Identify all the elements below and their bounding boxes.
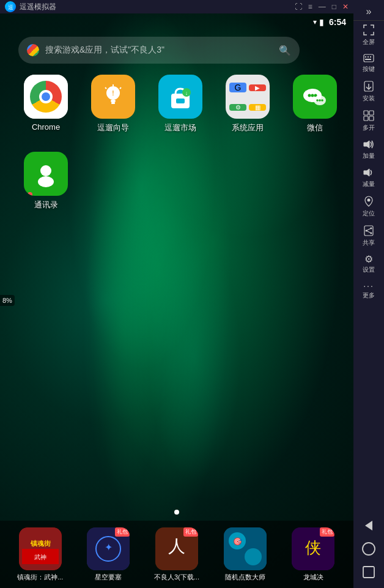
minimize-button[interactable]: — xyxy=(319,2,326,11)
dock-label-buliangren3: 不良人3(下载... xyxy=(154,573,199,582)
search-submit-icon[interactable]: 🔍 xyxy=(279,45,291,56)
search-bar[interactable]: 搜索游戏&应用，试试"不良人3" 🔍 xyxy=(18,37,300,64)
maximize-button[interactable]: □ xyxy=(332,2,336,11)
gift-badge-longchengjue: 礼包 xyxy=(320,527,334,537)
app-chrome-label: Chrome xyxy=(32,122,60,132)
sidebar-more-button[interactable]: ··· 更多 xyxy=(353,278,384,303)
app-chrome[interactable]: Chrome xyxy=(18,75,73,133)
svg-point-18 xyxy=(316,99,319,102)
sidebar-location-label: 定位 xyxy=(363,209,375,218)
contacts-icon-wrapper xyxy=(24,152,68,196)
svg-point-52 xyxy=(367,199,371,202)
app-wechat[interactable]: 微信 xyxy=(287,75,342,133)
wechat-icon-wrapper xyxy=(293,75,337,119)
svg-point-60 xyxy=(363,543,375,555)
svg-point-20 xyxy=(321,99,323,102)
svg-rect-4 xyxy=(111,102,115,104)
multi-icon xyxy=(363,110,374,122)
dock-icon-longchengjue: 侠 礼包 xyxy=(292,527,334,570)
app-sysapp[interactable]: G ▶ ⚙ ▦ 系统应用 xyxy=(220,75,275,133)
sidebar-install-button[interactable]: 安装 xyxy=(353,77,384,106)
sidebar-volume-down-button[interactable]: 减量 xyxy=(353,164,384,192)
app-guide[interactable]: ! 逗遛向导 xyxy=(86,75,141,133)
nav-home-button[interactable] xyxy=(361,541,376,559)
svg-point-19 xyxy=(319,99,321,102)
app-wechat-label: 微信 xyxy=(307,122,323,133)
app-sysapp-label: 系统应用 xyxy=(232,122,264,133)
google-search-icon xyxy=(27,44,39,56)
svg-text:武神: 武神 xyxy=(34,554,46,560)
app-market-label: 逗遛市场 xyxy=(164,122,196,133)
title-bar: 逗 逗遥模拟器 ⛶ ≡ — □ ✕ xyxy=(0,0,353,13)
svg-point-56 xyxy=(366,230,367,232)
dock-icon-xingkong: ✦ 礼包 xyxy=(87,527,130,570)
svg-point-58 xyxy=(371,233,372,234)
svg-marker-51 xyxy=(364,169,369,176)
dock-item-longchengjue[interactable]: 侠 礼包 龙城决 xyxy=(282,527,344,582)
svg-text:🎯: 🎯 xyxy=(232,537,242,546)
svg-marker-50 xyxy=(364,141,369,148)
svg-text:✦: ✦ xyxy=(105,542,113,553)
nav-back-button[interactable] xyxy=(361,518,376,535)
dock-item-buliangren3[interactable]: 人 礼包 不良人3(下载... xyxy=(146,527,207,582)
app-market[interactable]: ↓ 逗遛市场 xyxy=(153,75,208,133)
sidebar-keyboard-label: 按键 xyxy=(363,65,375,73)
dock-item-zhenmohun[interactable]: 镇魂街 武神 镇魂街：武神... xyxy=(10,527,71,582)
svg-rect-40 xyxy=(365,56,366,58)
close-button[interactable]: ✕ xyxy=(342,2,349,11)
sidebar-fullscreen-label: 全屏 xyxy=(363,38,375,47)
svg-point-35 xyxy=(245,548,262,565)
menu-button[interactable]: ≡ xyxy=(308,2,312,11)
dock-label-longchengjue: 龙城决 xyxy=(303,573,323,582)
title-bar-left: 逗 逗遥模拟器 xyxy=(5,1,56,12)
sidebar-install-label: 安装 xyxy=(363,94,375,103)
svg-text:人: 人 xyxy=(168,537,185,556)
dock-item-xingkong[interactable]: ✦ 礼包 星空要塞 xyxy=(78,527,139,582)
svg-rect-43 xyxy=(365,59,371,60)
svg-point-22 xyxy=(38,176,54,187)
android-screen: ▾ ▮ 6:54 搜索游戏&应用，试试"不良人3" 🔍 Chrome xyxy=(0,13,353,588)
dock-icon-buliangren3: 人 礼包 xyxy=(155,527,198,570)
svg-text:!: ! xyxy=(112,90,114,97)
sidebar-settings-button[interactable]: ⚙ 设置 xyxy=(353,251,384,278)
sidebar-expand-button[interactable]: » xyxy=(353,3,384,21)
svg-rect-10 xyxy=(176,99,185,103)
share-icon xyxy=(364,225,374,237)
sidebar-volume-up-button[interactable]: 加量 xyxy=(353,136,384,164)
resize-button[interactable]: ⛶ xyxy=(295,2,302,11)
sidebar-volume-up-label: 加量 xyxy=(363,152,375,160)
sidebar-location-button[interactable]: 定位 xyxy=(353,192,384,221)
chrome-inner xyxy=(39,90,53,103)
search-placeholder-text: 搜索游戏&应用，试试"不良人3" xyxy=(45,45,279,56)
app-logo-icon: 逗 xyxy=(5,1,16,12)
sidebar-fullscreen-button[interactable]: 全屏 xyxy=(353,21,384,50)
status-icons: ▾ ▮ 6:54 xyxy=(313,17,346,27)
dock-item-suijidian[interactable]: 🎯 随机点数大师 xyxy=(215,527,276,582)
svg-marker-59 xyxy=(365,521,372,530)
app-contacts[interactable]: 通讯录 xyxy=(18,152,73,210)
nav-recent-button[interactable] xyxy=(361,565,376,582)
sysapp-icon-wrapper: G ▶ ⚙ ▦ xyxy=(226,75,270,119)
sidebar-keyboard-button[interactable]: 按键 xyxy=(353,50,384,77)
gift-badge-xingkong: 礼包 xyxy=(115,527,130,537)
status-bar: ▾ ▮ 6:54 xyxy=(0,13,353,31)
sidebar-share-button[interactable]: 共享 xyxy=(353,221,384,251)
sidebar-multi-label: 多开 xyxy=(363,124,375,132)
right-sidebar: » 全屏 按键 xyxy=(353,0,384,588)
chrome-icon xyxy=(24,75,68,119)
sidebar-more-label: 更多 xyxy=(363,291,375,300)
svg-text:镇魂街: 镇魂街 xyxy=(29,540,51,547)
title-bar-controls: ⛶ ≡ — □ ✕ xyxy=(295,2,349,11)
chrome-circle xyxy=(30,81,62,113)
sidebar-multi-button[interactable]: 多开 xyxy=(353,106,384,136)
expand-icon: » xyxy=(366,7,372,17)
svg-line-7 xyxy=(105,87,106,89)
dock-label-zhenmohun: 镇魂街：武神... xyxy=(17,573,63,582)
svg-rect-33 xyxy=(224,527,267,570)
svg-point-15 xyxy=(311,94,314,97)
app-contacts-label: 通讯录 xyxy=(34,199,58,210)
status-time: 6:54 xyxy=(329,17,346,27)
svg-rect-41 xyxy=(367,56,369,58)
suijidian-game-icon: 🎯 xyxy=(224,527,267,570)
sidebar-share-label: 共享 xyxy=(363,239,375,247)
